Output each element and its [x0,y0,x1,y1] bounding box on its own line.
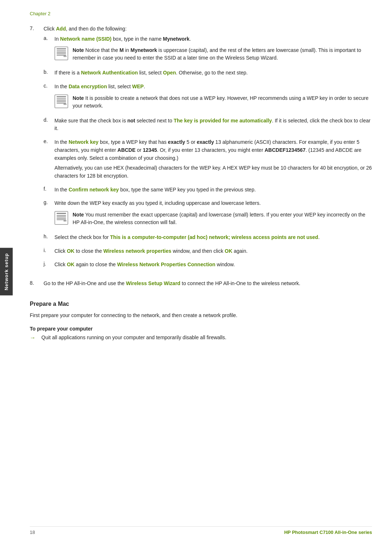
footer-product: HP Photosmart C7100 All-in-One series [284,530,372,535]
outer-list: 7. Click Add, and then do the following:… [30,25,372,290]
prepare-mac-desc: First prepare your computer for connecti… [30,312,372,320]
step-i-content: Click OK to close the Wireless network p… [54,247,372,258]
pencil-icon-2: ✏ [64,102,67,107]
step-e-content: In the Network key box, type a WEP key t… [54,138,372,182]
step-8-number: 8. [30,280,40,290]
note-3-text: Note You must remember the exact upperca… [73,211,372,226]
note-3-icon: ✏ [54,211,68,225]
step-f-content: In the Confirm network key box, type the… [54,186,372,196]
step-d-letter: d. [44,117,51,135]
step-a-letter: a. [44,35,51,66]
step-h-text: Select the check box for This is a compu… [54,234,372,242]
prepare-computer-text: Quit all applications running on your co… [41,335,226,341]
step-i-letter: i. [44,247,51,258]
step-i: i. Click OK to close the Wireless networ… [44,247,372,258]
step-b-letter: b. [44,69,51,79]
step-j-content: Click OK again to close the Wireless Net… [54,261,372,271]
note-3-box: ✏ Note You must remember the exact upper… [54,211,372,226]
step-7-content: Click Add, and then do the following: a.… [44,25,372,275]
page-footer: 18 HP Photosmart C7100 All-in-One series [30,526,372,535]
step-8-text: Go to the HP All-in-One and use the Wire… [44,280,372,288]
step-c: c. In the Data encryption list, select W… [44,83,372,113]
step-i-text: Click OK to close the Wireless network p… [54,247,372,255]
step-8-content: Go to the HP All-in-One and use the Wire… [44,280,372,290]
prepare-computer-subheading: To prepare your computer [30,326,372,332]
arrow-icon: → [30,335,38,341]
note-2-text: Note It is possible to create a network … [73,94,372,110]
step-j: j. Click OK again to close the Wireless … [44,261,372,271]
step-c-content: In the Data encryption list, select WEP.… [54,83,372,113]
step-a: a. In Network name (SSID) box, type in t… [44,35,372,66]
step-f: f. In the Confirm network key box, type … [44,186,372,196]
step-d: d. Make sure that the check box is not s… [44,117,372,135]
step-b-text: If there is a Network Authentication lis… [54,69,372,77]
step-h-letter: h. [44,234,51,244]
step-b-content: If there is a Network Authentication lis… [54,69,372,79]
note-2-box: ✏ Note It is possible to create a networ… [54,94,372,110]
step-a-text: In Network name (SSID) box, type in the … [54,35,372,43]
step-7: 7. Click Add, and then do the following:… [30,25,372,275]
step-g-letter: g. [44,199,51,230]
step-j-text: Click OK again to close the Wireless Net… [54,261,372,269]
step-e-letter: e. [44,138,51,182]
sidebar-tab: Network setup [0,248,13,295]
chapter-header: Chapter 2 [30,11,372,16]
note-2-icon: ✏ [54,94,68,108]
note-1-text: Note Notice that the M in Mynetwork is u… [73,46,372,62]
step-e-text: In the Network key box, type a WEP key t… [54,138,372,162]
step-d-content: Make sure that the check box is not sele… [54,117,372,135]
step-h: h. Select the check box for This is a co… [44,234,372,244]
step-c-text: In the Data encryption list, select WEP. [54,83,372,91]
step-e-hex-text: Alternatively, you can use HEX (hexadeci… [54,164,372,180]
step-8: 8. Go to the HP All-in-One and use the W… [30,280,372,290]
step-g: g. Write down the WEP key exactly as you… [44,199,372,230]
step-7-number: 7. [30,25,40,275]
step-f-text: In the Confirm network key box, type the… [54,186,372,194]
alpha-list: a. In Network name (SSID) box, type in t… [44,35,372,271]
step-h-content: Select the check box for This is a compu… [54,234,372,244]
step-d-text: Make sure that the check box is not sele… [54,117,372,133]
step-a-content: In Network name (SSID) box, type in the … [54,35,372,66]
step-f-letter: f. [44,186,51,196]
step-7-text: Click Add, and then do the following: [44,25,372,33]
prepare-computer-arrow-item: → Quit all applications running on your … [30,335,372,341]
step-g-content: Write down the WEP key exactly as you ty… [54,199,372,230]
sidebar: Network setup [0,0,15,543]
pencil-icon-3: ✏ [64,219,67,223]
main-content: Chapter 2 7. Click Add, and then do the … [15,0,392,543]
step-e: e. In the Network key box, type a WEP ke… [44,138,372,182]
step-b: b. If there is a Network Authentication … [44,69,372,79]
pencil-icon: ✏ [64,54,67,59]
step-j-letter: j. [44,261,51,271]
step-c-letter: c. [44,83,51,113]
note-1-icon: ✏ [54,46,68,60]
note-1-box: ✏ Note Notice that the M in Mynetwork is… [54,46,372,62]
prepare-mac-heading: Prepare a Mac [30,301,372,307]
step-g-text: Write down the WEP key exactly as you ty… [54,199,372,207]
footer-page-number: 18 [30,530,35,535]
